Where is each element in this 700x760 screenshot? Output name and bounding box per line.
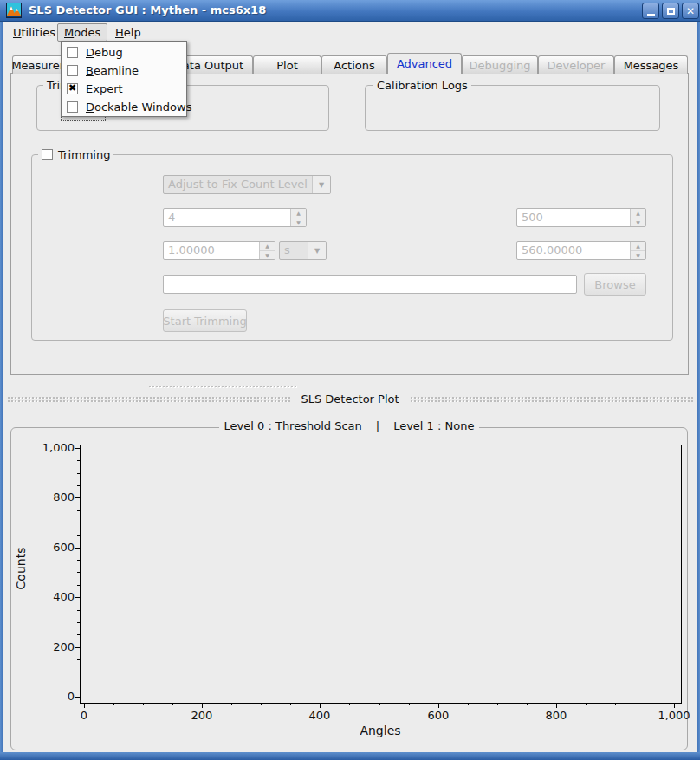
exposure-time-value: 1.00000 <box>168 244 215 257</box>
window-border-left <box>0 22 3 760</box>
menubar: Utilities Modes Help <box>3 22 697 42</box>
expert-label: Expert <box>86 82 123 95</box>
y-tick-label: 800 <box>23 490 75 503</box>
trimming-group-title: Trimming <box>58 148 110 161</box>
y-tick-label: 400 <box>23 590 75 603</box>
x-axis-title: Angles <box>337 724 424 737</box>
window-border-bottom <box>0 752 700 760</box>
x-tick-label: 800 <box>526 709 587 722</box>
y-axis-minor-ticks <box>77 448 80 698</box>
spin-arrows-icon[interactable]: ▲▼ <box>630 242 645 259</box>
menu-item-dockable-windows[interactable]: Dockable Windows <box>62 98 186 116</box>
dock-texture-right <box>410 396 693 402</box>
tab-debugging[interactable]: Debugging <box>462 55 538 74</box>
browse-button[interactable]: Browse <box>584 273 646 296</box>
menu-help[interactable]: Help <box>109 24 147 41</box>
tab-plot[interactable]: Plot <box>253 55 321 74</box>
menu-item-expert[interactable]: ✖ Expert <box>62 80 186 98</box>
plot-dock-title: SLS Detector Plot <box>301 393 399 406</box>
y-tick-label: 200 <box>23 640 75 653</box>
chevron-down-icon: ▼ <box>312 176 330 193</box>
close-icon: ✕ <box>686 6 695 16</box>
spin-arrows-icon[interactable]: ▲▼ <box>630 209 645 226</box>
dock-texture-left <box>7 396 290 402</box>
plot-title: Level 0 : Threshold Scan|Level 1 : None <box>10 419 688 432</box>
exposure-unit-value: s <box>284 244 290 257</box>
browse-button-label: Browse <box>594 278 635 291</box>
x-tick-label: 200 <box>172 709 232 722</box>
plot-title-level0: Level 0 : Threshold Scan <box>224 419 362 432</box>
plot-title-level1: Level 1 : None <box>393 419 474 432</box>
app-window: SLS Detector GUI : Mythen - mcs6x18 ✕ Ut… <box>0 0 700 760</box>
tab-advanced[interactable]: Advanced <box>387 53 462 74</box>
maximize-icon <box>667 8 675 15</box>
maximize-button[interactable] <box>662 3 679 19</box>
y-tick-label: 1,000 <box>23 441 75 454</box>
plot-canvas[interactable] <box>80 445 682 704</box>
dockable-windows-checkbox[interactable] <box>67 101 78 113</box>
trimming-group-header: Trimming <box>38 148 113 161</box>
minimize-button[interactable] <box>642 3 659 19</box>
plot-dock-header: SLS Detector Plot <box>7 393 693 406</box>
beamline-label: Beamline <box>86 64 139 77</box>
titlebar[interactable]: SLS Detector GUI : Mythen - mcs6x18 ✕ <box>0 0 700 22</box>
y-tick-label: 600 <box>23 541 75 554</box>
exposure-time-spinbox[interactable]: 1.00000 ▲▼ <box>163 241 275 260</box>
splitter-handle[interactable] <box>148 385 297 389</box>
spin-arrows-icon[interactable]: ▲▼ <box>290 209 306 226</box>
chevron-down-icon: ▼ <box>308 242 326 259</box>
y-axis-title: Counts <box>12 521 29 616</box>
window-border-right <box>697 22 700 760</box>
x-tick-label: 0 <box>54 709 114 722</box>
x-tick-label: 400 <box>289 709 350 722</box>
debug-checkbox[interactable] <box>67 47 78 58</box>
threshold-value: 560.00000 <box>522 244 582 257</box>
menu-utilities[interactable]: Utilities <box>7 24 62 41</box>
x-tick-label: 1,000 <box>644 709 700 722</box>
debug-label: Debug <box>86 46 123 59</box>
resolution-value: 4 <box>168 211 175 224</box>
x-axis-minor-ticks <box>84 703 675 705</box>
resolution-spinbox[interactable]: 4 ▲▼ <box>163 208 307 227</box>
y-tick-label: 0 <box>23 690 75 703</box>
dockable-windows-label: Dockable Windows <box>86 101 191 114</box>
menu-modes[interactable]: Modes <box>57 23 107 42</box>
tab-messages[interactable]: Messages <box>614 55 688 74</box>
counts-channel-spinbox[interactable]: 500 ▲▼ <box>516 208 646 227</box>
close-button[interactable]: ✕ <box>682 3 699 19</box>
exposure-unit-combobox[interactable]: s ▼ <box>279 241 327 260</box>
start-trimming-button[interactable]: Start Trimming <box>163 309 247 332</box>
menu-item-beamline[interactable]: Beamline <box>62 62 186 80</box>
spin-arrows-icon[interactable]: ▲▼ <box>259 242 275 259</box>
threshold-spinbox[interactable]: 560.00000 ▲▼ <box>516 241 646 260</box>
start-trimming-label: Start Trimming <box>163 315 246 328</box>
beamline-checkbox[interactable] <box>67 65 78 76</box>
app-mountain-icon <box>6 3 22 18</box>
trimming-checkbox[interactable] <box>42 149 53 160</box>
trimming-method-combobox[interactable]: Adjust to Fix Count Level ▼ <box>163 175 331 194</box>
tab-actions[interactable]: Actions <box>321 55 387 74</box>
modes-menu-popup: Debug Beamline ✖ Expert Dockable Windows <box>61 41 187 117</box>
counts-channel-value: 500 <box>522 211 543 224</box>
menu-item-debug[interactable]: Debug <box>62 43 186 62</box>
window-title: SLS Detector GUI : Mythen - mcs6x18 <box>29 3 266 16</box>
plot-title-separator: | <box>376 419 379 432</box>
x-tick-label: 600 <box>408 709 469 722</box>
minimize-icon <box>647 14 655 16</box>
tab-developer[interactable]: Developer <box>538 55 614 74</box>
trimming-method-value: Adjust to Fix Count Level <box>168 178 308 191</box>
expert-checkbox[interactable]: ✖ <box>67 83 78 94</box>
output-directory-input[interactable] <box>163 275 577 294</box>
calibration-logs-group-title: Calibration Logs <box>373 79 471 92</box>
